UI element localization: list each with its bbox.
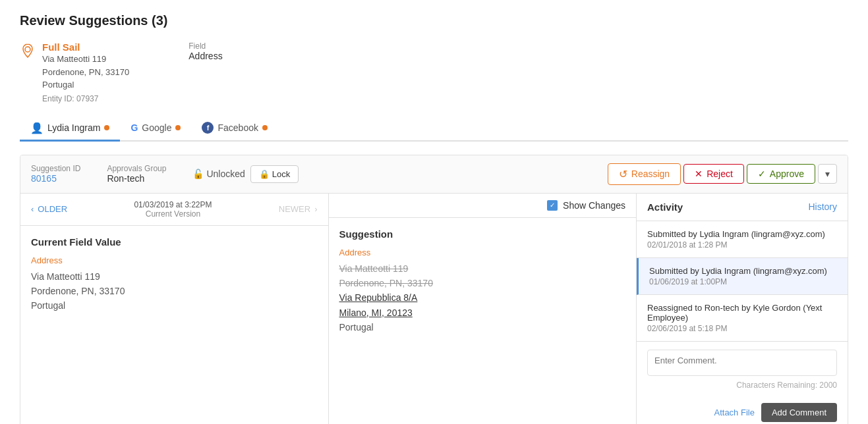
source-tabs: 👤 Lydia Ingram G Google f Facebook bbox=[20, 117, 848, 142]
tab-facebook-label: Facebook bbox=[217, 122, 258, 133]
suggestion-id-label: Suggestion ID bbox=[31, 164, 80, 173]
location-icon bbox=[20, 43, 36, 59]
reject-icon: ✕ bbox=[695, 169, 703, 179]
entity-field-info: Field Address bbox=[162, 41, 222, 61]
activity-time-1: 01/06/2019 at 1:00PM bbox=[649, 277, 837, 286]
activity-time-0: 02/01/2018 at 1:28 PM bbox=[647, 240, 837, 250]
activity-item-0: Submitted by Lydia Ingram (lingram@xyz.c… bbox=[637, 221, 848, 258]
arrow-right-icon: › bbox=[314, 204, 317, 214]
show-changes-checkbox[interactable]: ✓ bbox=[547, 200, 558, 211]
activity-author-1: Submitted by Lydia Ingram (lingram@xyz.c… bbox=[649, 266, 837, 276]
nav-row: ‹ OLDER 01/03/2019 at 3:22PM Current Ver… bbox=[20, 194, 328, 226]
activity-title: Activity bbox=[647, 201, 683, 213]
suggestion-id-group: Suggestion ID 80165 bbox=[31, 164, 80, 184]
lock-icon: 🔒 bbox=[259, 169, 270, 179]
arrow-left-icon: ‹ bbox=[31, 204, 34, 214]
lock-button[interactable]: 🔒 Lock bbox=[250, 165, 299, 183]
activity-time-2: 02/06/2019 at 5:18 PM bbox=[647, 324, 837, 333]
activity-header: Activity History bbox=[637, 194, 848, 221]
entity-address: Via Matteotti 119 Pordenone, PN, 33170 P… bbox=[42, 53, 129, 92]
comment-input[interactable] bbox=[647, 350, 837, 376]
approve-icon: ✓ bbox=[758, 169, 766, 179]
current-field-section: Current Field Value Address Via Matteott… bbox=[20, 226, 328, 324]
activity-author-0: Submitted by Lydia Ingram (lingram@xyz.c… bbox=[647, 229, 837, 239]
tab-lydia-dot bbox=[104, 125, 109, 130]
comment-box: Characters Remaining: 2000 bbox=[647, 350, 837, 390]
suggestion-field-value: Via Matteotti 119 Pordenone, PN, 33170 V… bbox=[339, 261, 626, 335]
entity-card: Full Sail Via Matteotti 119 Pordenone, P… bbox=[20, 41, 848, 103]
panel-header: Suggestion ID 80165 Approvals Group Ron-… bbox=[20, 155, 848, 194]
attach-file-link[interactable]: Attach File bbox=[714, 408, 754, 417]
approve-button[interactable]: ✓ Approve bbox=[747, 164, 815, 184]
history-link[interactable]: History bbox=[808, 201, 837, 212]
chevron-down-icon: ▾ bbox=[825, 169, 830, 179]
svg-point-0 bbox=[25, 47, 30, 52]
panel-content: ‹ OLDER 01/03/2019 at 3:22PM Current Ver… bbox=[20, 194, 848, 425]
suggestion-field-label: Address bbox=[339, 248, 626, 257]
newer-button: NEWER › bbox=[279, 204, 318, 214]
suggestion-strikethrough-1: Via Matteotti 119 bbox=[339, 261, 626, 276]
field-value-text: Address bbox=[188, 51, 222, 61]
tab-google[interactable]: G Google bbox=[120, 117, 191, 142]
page-container: Review Suggestions (3) Full Sail Via Mat… bbox=[0, 0, 868, 424]
person-icon: 👤 bbox=[30, 122, 43, 134]
tab-lydia-ingram[interactable]: 👤 Lydia Ingram bbox=[20, 117, 120, 142]
unlocked-text: 🔓 Unlocked bbox=[192, 169, 245, 179]
tab-facebook[interactable]: f Facebook bbox=[191, 117, 277, 142]
suggestion-unchanged: Portugal bbox=[339, 320, 626, 334]
activity-item-2: Reassigned to Ron-tech by Kyle Gordon (Y… bbox=[637, 295, 848, 342]
lock-section: 🔓 Unlocked 🔒 Lock bbox=[192, 165, 299, 183]
nav-date: 01/03/2019 at 3:22PM Current Version bbox=[134, 200, 212, 219]
show-changes-label: Show Changes bbox=[563, 200, 625, 211]
approve-dropdown-button[interactable]: ▾ bbox=[818, 164, 837, 184]
entity-name: Full Sail bbox=[42, 41, 129, 53]
reassign-icon: ↺ bbox=[619, 168, 627, 180]
approvals-group: Approvals Group Ron-tech bbox=[107, 164, 166, 184]
page-title: Review Suggestions (3) bbox=[20, 13, 848, 28]
characters-remaining: Characters Remaining: 2000 bbox=[647, 381, 837, 390]
show-changes-row: ✓ Show Changes bbox=[329, 194, 637, 218]
suggestion-title: Suggestion bbox=[339, 228, 626, 240]
reject-button[interactable]: ✕ Reject bbox=[683, 164, 744, 184]
reassign-button[interactable]: ↺ Reassign bbox=[608, 163, 681, 185]
tab-facebook-dot bbox=[262, 125, 268, 130]
tab-google-label: Google bbox=[142, 122, 171, 133]
google-icon: G bbox=[130, 122, 138, 133]
suggestion-strikethrough-2: Pordenone, PN, 33170 bbox=[339, 276, 626, 290]
older-button[interactable]: ‹ OLDER bbox=[31, 204, 67, 214]
entity-id: Entity ID: 07937 bbox=[42, 94, 129, 103]
field-label-text: Field bbox=[188, 41, 222, 51]
suggestion-id-value[interactable]: 80165 bbox=[31, 173, 80, 184]
current-field-label: Address bbox=[31, 255, 318, 265]
approvals-group-value: Ron-tech bbox=[107, 173, 166, 184]
suggestion-panel: Suggestion ID 80165 Approvals Group Ron-… bbox=[20, 155, 848, 425]
comment-actions: Attach File Add Comment bbox=[637, 398, 848, 425]
suggestion-field-section: Suggestion Address Via Matteotti 119 Por… bbox=[329, 218, 637, 346]
facebook-icon: f bbox=[202, 122, 214, 134]
suggestion-added-1: Via Repubblica 8/A bbox=[339, 290, 626, 305]
tab-lydia-label: Lydia Ingram bbox=[47, 122, 100, 133]
current-field-title: Current Field Value bbox=[31, 236, 318, 248]
tab-google-dot bbox=[175, 125, 181, 130]
current-field-value: Via Matteotti 119 Pordenone, PN, 33170 P… bbox=[31, 269, 318, 313]
action-buttons: ↺ Reassign ✕ Reject ✓ Approve ▾ bbox=[608, 163, 837, 185]
entity-details: Full Sail Via Matteotti 119 Pordenone, P… bbox=[42, 41, 129, 103]
lock-open-icon: 🔓 bbox=[192, 169, 204, 179]
activity-item-1: Submitted by Lydia Ingram (lingram@xyz.c… bbox=[637, 258, 848, 295]
activity-author-2: Reassigned to Ron-tech by Kyle Gordon (Y… bbox=[647, 303, 837, 323]
suggestion-pane: ✓ Show Changes Suggestion Address Via Ma… bbox=[329, 194, 637, 425]
approvals-group-label: Approvals Group bbox=[107, 164, 166, 173]
activity-pane: Activity History Submitted by Lydia Ingr… bbox=[637, 194, 848, 425]
current-field-pane: ‹ OLDER 01/03/2019 at 3:22PM Current Ver… bbox=[20, 194, 329, 425]
add-comment-button[interactable]: Add Comment bbox=[761, 403, 837, 422]
suggestion-added-2: Milano, MI, 20123 bbox=[339, 305, 626, 320]
